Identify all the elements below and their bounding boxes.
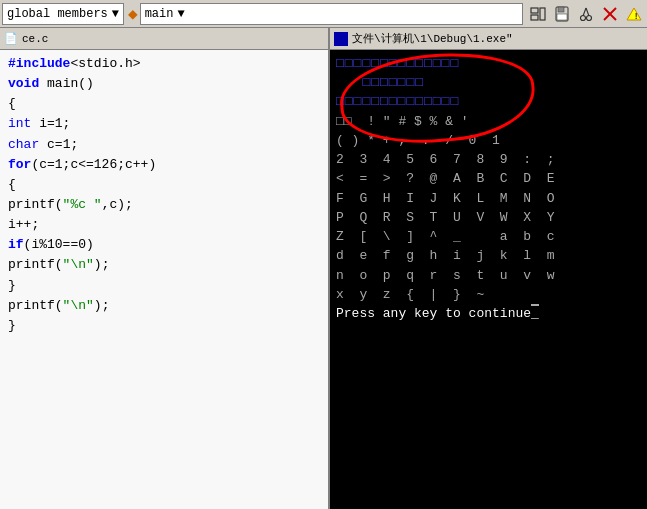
file-icon: 📄 xyxy=(4,32,18,45)
console-output-10: Z [ \ ] ^ _ a b c xyxy=(336,227,641,246)
console-icon xyxy=(334,32,348,46)
code-filename: ce.c xyxy=(22,33,48,45)
svg-line-8 xyxy=(583,8,586,16)
icon-save[interactable] xyxy=(551,3,573,25)
main-dropdown[interactable]: main ▼ xyxy=(140,3,523,25)
diamond-icon: ◆ xyxy=(128,4,138,24)
icon-view[interactable] xyxy=(527,3,549,25)
toolbar-icons: ! xyxy=(527,3,645,25)
svg-point-7 xyxy=(587,15,592,20)
cursor: _ xyxy=(531,304,539,306)
toolbar: global members ▼ ◆ main ▼ xyxy=(0,0,647,28)
console-output-13: x y z { | } ~ xyxy=(336,285,641,304)
svg-rect-4 xyxy=(558,7,564,12)
dropdown1-arrow: ▼ xyxy=(112,7,119,21)
console-output-9: P Q R S T U V W X Y xyxy=(336,208,641,227)
code-line-4: int i=1; xyxy=(8,114,320,134)
code-line-1: #include<stdio.h> xyxy=(8,54,320,74)
code-line-13: printf("\n"); xyxy=(8,296,320,316)
code-line-8: printf("%c ",c); xyxy=(8,195,320,215)
console-output-12: n o p q r s t u v w xyxy=(336,266,641,285)
console-header: 文件\计算机\1\Debug\1.exe" xyxy=(330,28,647,50)
global-members-dropdown[interactable]: global members ▼ xyxy=(2,3,124,25)
code-panel-header: 📄 ce.c xyxy=(0,28,328,50)
console-panel: 文件\计算机\1\Debug\1.exe" □□□□□□□□□□□□□□ □□□… xyxy=(330,28,647,509)
code-line-7: { xyxy=(8,175,320,195)
main-dropdown-label: main xyxy=(145,7,174,21)
global-members-label: global members xyxy=(7,7,108,21)
code-line-5: char c=1; xyxy=(8,135,320,155)
console-output-4: □□ ! " # $ % & ' xyxy=(336,112,641,131)
code-line-6: for(c=1;c<=126;c++) xyxy=(8,155,320,175)
console-output-7: < = > ? @ A B C D E xyxy=(336,169,641,188)
svg-rect-2 xyxy=(540,8,545,20)
svg-line-9 xyxy=(586,8,589,16)
code-line-12: } xyxy=(8,276,320,296)
svg-rect-1 xyxy=(531,15,538,20)
svg-rect-5 xyxy=(557,14,567,20)
console-output-3: □□□□□□□□□□□□□□ xyxy=(336,92,641,111)
svg-point-6 xyxy=(581,15,586,20)
code-panel: 📄 ce.c #include<stdio.h> void main() { i… xyxy=(0,28,330,509)
console-output-11: d e f g h i j k l m xyxy=(336,246,641,265)
console-output-8: F G H I J K L M N O xyxy=(336,189,641,208)
console-output-2: □□□□□□□ xyxy=(336,73,641,92)
console-output-5: ( ) * + , . / 0 1 xyxy=(336,131,641,150)
svg-text:!: ! xyxy=(634,12,639,22)
console-content: □□□□□□□□□□□□□□ □□□□□□□ □□□□□□□□□□□□□□ □□… xyxy=(330,50,647,509)
console-title: 文件\计算机\1\Debug\1.exe" xyxy=(352,31,513,46)
dropdown2-arrow: ▼ xyxy=(177,7,184,21)
code-line-2: void main() xyxy=(8,74,320,94)
svg-rect-0 xyxy=(531,8,538,13)
code-line-9: i++; xyxy=(8,215,320,235)
icon-alert[interactable]: ! xyxy=(623,3,645,25)
console-output-14: Press any key to continue_ xyxy=(336,304,641,323)
main-content: 📄 ce.c #include<stdio.h> void main() { i… xyxy=(0,28,647,509)
code-line-11: printf("\n"); xyxy=(8,255,320,275)
code-line-10: if(i%10==0) xyxy=(8,235,320,255)
code-line-14: } xyxy=(8,316,320,336)
console-output-1: □□□□□□□□□□□□□□ xyxy=(336,54,641,73)
icon-close[interactable] xyxy=(599,3,621,25)
code-line-3: { xyxy=(8,94,320,114)
console-output-6: 2 3 4 5 6 7 8 9 : ; xyxy=(336,150,641,169)
icon-cut[interactable] xyxy=(575,3,597,25)
code-content[interactable]: #include<stdio.h> void main() { int i=1;… xyxy=(0,50,328,509)
